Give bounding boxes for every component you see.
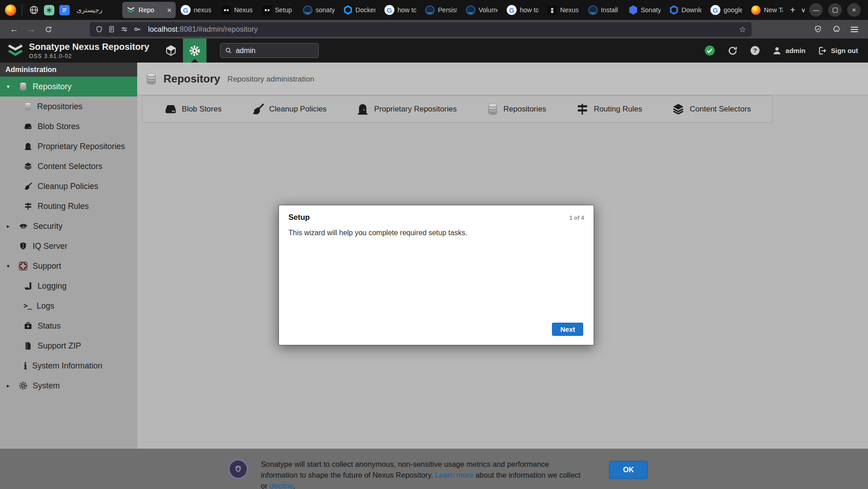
- shortcut-content-selectors[interactable]: Content Selectors: [671, 102, 751, 116]
- caret-right-icon[interactable]: ▸: [7, 223, 14, 229]
- status-check-icon[interactable]: [704, 45, 715, 56]
- window-close-button[interactable]: ×: [847, 3, 861, 17]
- sidebar-item-logs[interactable]: >_ Logs: [0, 296, 137, 316]
- sidebar-item-cleanup-policies[interactable]: Cleanup Policies: [0, 176, 137, 196]
- shortcut-blob-stores[interactable]: Blob Stores: [164, 102, 222, 116]
- sidebar-item-logging[interactable]: Logging: [0, 276, 137, 296]
- tab-repository-active[interactable]: Repo ×: [122, 2, 176, 18]
- search-input[interactable]: [236, 47, 304, 55]
- learn-more-link[interactable]: Learn more: [435, 471, 473, 479]
- sidebar-item-system-information[interactable]: i System Information: [0, 356, 137, 376]
- tab[interactable]: Install: [584, 2, 624, 18]
- tab[interactable]: Sonaty: [625, 2, 665, 18]
- toolbar-end-icons: [814, 25, 863, 34]
- extensions-puzzle-icon[interactable]: [832, 25, 841, 34]
- url-path: :8081/#admin/repository: [177, 25, 258, 33]
- new-tab-button[interactable]: +: [788, 2, 798, 18]
- sidebar-item-system[interactable]: ▸ System: [0, 376, 137, 396]
- shield-icon: [19, 242, 28, 251]
- sidebar-item-blob-stores[interactable]: Blob Stores: [0, 116, 137, 136]
- forward-button[interactable]: →: [23, 22, 40, 37]
- tab-new-tab-page[interactable]: New Ta: [747, 2, 787, 18]
- sidebar-item-status[interactable]: Status: [0, 316, 137, 336]
- tab-title: sonaty: [316, 6, 335, 14]
- shortcut-proprietary-repositories[interactable]: Proprietary Repositories: [356, 102, 456, 116]
- user-menu[interactable]: admin: [772, 46, 806, 56]
- pinned-tab-docs[interactable]: [57, 2, 72, 18]
- sidebar-item-routing-rules[interactable]: Routing Rules: [0, 196, 137, 216]
- tab-close-icon[interactable]: ×: [167, 6, 172, 14]
- sign-out-button[interactable]: Sign out: [817, 46, 858, 56]
- caret-down-icon[interactable]: ▾: [7, 83, 14, 90]
- tab[interactable]: Gnexus: [177, 2, 216, 18]
- pinned-tab-chatgpt[interactable]: [42, 2, 57, 18]
- tab[interactable]: Downlo: [666, 2, 705, 18]
- sidebar-item-label: Security: [33, 222, 62, 231]
- refresh-icon[interactable]: [727, 45, 738, 56]
- sidebar-item-iq-server[interactable]: IQ Server: [0, 236, 137, 256]
- tab[interactable]: Ghow to: [380, 2, 420, 18]
- tab[interactable]: Ghow to: [503, 2, 542, 18]
- quick-search[interactable]: [220, 43, 319, 58]
- reload-button[interactable]: [40, 22, 57, 37]
- window-restore-button[interactable]: [828, 3, 842, 17]
- terminal-icon: >_: [24, 302, 32, 310]
- back-button[interactable]: ←: [5, 22, 23, 37]
- menu-hamburger-icon[interactable]: [851, 29, 858, 30]
- bookmark-star-icon[interactable]: ☆: [739, 24, 746, 34]
- decline-link[interactable]: decline: [269, 482, 293, 489]
- help-icon[interactable]: ?: [750, 45, 760, 56]
- account-shield-icon[interactable]: [814, 25, 822, 34]
- download-site-icon: [670, 5, 678, 15]
- page-subtitle: Repository administration: [227, 73, 314, 84]
- door-icon: [356, 102, 369, 116]
- tab[interactable]: Nexus: [217, 2, 257, 18]
- sonatype-shield-icon: [234, 465, 243, 474]
- sidebar-item-content-selectors[interactable]: Content Selectors: [0, 156, 137, 176]
- info-icon: i: [24, 361, 27, 371]
- tab[interactable]: sonaty: [299, 2, 339, 18]
- firefox-app-icon[interactable]: [4, 5, 17, 16]
- tab-title: Persist: [438, 6, 457, 14]
- saved-password-key-icon[interactable]: [133, 25, 142, 34]
- sign-out-icon: [817, 46, 827, 56]
- caret-down-icon[interactable]: ▾: [7, 263, 14, 269]
- admin-mode-button[interactable]: [183, 39, 206, 63]
- sidebar-item-label: Proprietary Repositories: [38, 142, 125, 151]
- pinned-tab-globe[interactable]: [27, 2, 41, 18]
- tab[interactable]: Nexus: [543, 2, 583, 18]
- site-permissions-icon[interactable]: [120, 25, 129, 34]
- url-text[interactable]: localhost:8081/#admin/repository: [148, 25, 258, 34]
- browse-mode-button[interactable]: [159, 39, 183, 63]
- tab-registry[interactable]: رجیستری: [72, 2, 121, 18]
- shortcut-routing-rules[interactable]: Routing Rules: [575, 102, 642, 116]
- next-button[interactable]: Next: [552, 323, 583, 336]
- shortcut-repositories[interactable]: Repositories: [486, 103, 547, 116]
- repository-database-icon: [145, 73, 158, 85]
- tab[interactable]: Volume: [462, 2, 502, 18]
- caret-right-icon[interactable]: ▸: [7, 382, 14, 389]
- tab-title: Downlo: [681, 6, 701, 14]
- shortcut-label: Repositories: [504, 105, 547, 114]
- tab[interactable]: Docker: [340, 2, 379, 18]
- url-bar[interactable]: localhost:8081/#admin/repository ☆: [90, 22, 752, 37]
- window-minimize-button[interactable]: —: [809, 3, 823, 17]
- shortcut-label: Cleanup Policies: [269, 105, 327, 114]
- ok-button[interactable]: OK: [609, 461, 648, 479]
- sidebar-item-security[interactable]: ▸ Security: [0, 216, 137, 236]
- sidebar-item-support-zip[interactable]: Support ZIP: [0, 336, 137, 356]
- sidebar-item-proprietary-repositories[interactable]: Proprietary Repositories: [0, 136, 137, 156]
- shortcut-cleanup-policies[interactable]: Cleanup Policies: [251, 102, 327, 116]
- layers-icon: [671, 102, 685, 116]
- sidebar-item-support[interactable]: ▾ Support: [0, 256, 137, 276]
- tab[interactable]: Persist: [421, 2, 461, 18]
- sidebar-item-repository[interactable]: ▾ Repository: [0, 77, 137, 97]
- google-icon: G: [710, 5, 720, 15]
- list-all-tabs-icon[interactable]: ∨: [798, 2, 808, 18]
- tab[interactable]: Setup: [258, 2, 298, 18]
- shield-permissions-icon[interactable]: [95, 25, 103, 34]
- sidebar-item-label: Content Selectors: [38, 162, 102, 171]
- sidebar-item-repositories[interactable]: Repositories: [0, 97, 137, 116]
- tab[interactable]: Ggoogle: [706, 2, 746, 18]
- page-info-icon[interactable]: [108, 25, 115, 33]
